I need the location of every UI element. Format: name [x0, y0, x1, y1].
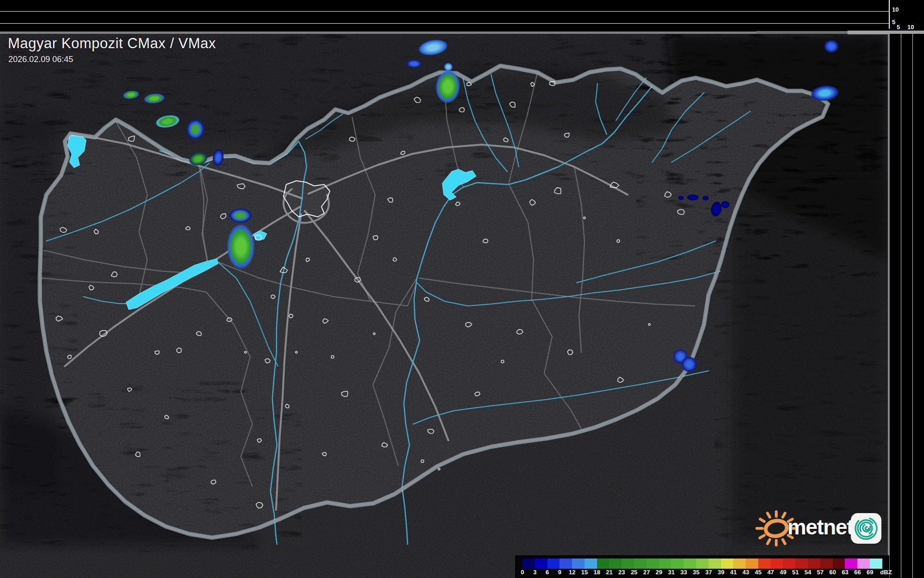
radar-echo: [681, 356, 698, 373]
legend-tick-label: 9: [558, 569, 561, 576]
legend-tick-label: 21: [606, 569, 612, 576]
legend-color-cell: [857, 559, 870, 569]
legend-color-cell: [659, 559, 672, 569]
legend-tick-label: 66: [854, 569, 861, 576]
legend-tick-label: 0: [521, 569, 524, 576]
top-profile-axis-line: [889, 0, 890, 29]
legend-color-band: [522, 559, 882, 569]
legend-tick-label: 45: [755, 569, 761, 576]
legend-tick-label: 43: [742, 569, 749, 576]
top-profile-gridline-10km: [0, 11, 890, 12]
legend-color-cell: [870, 559, 882, 569]
radar-echo: [228, 208, 253, 223]
legend-tick-label: 63: [842, 569, 848, 576]
radar-echo: [702, 196, 709, 201]
legend-color-cell: [597, 559, 610, 569]
legend-color-cell: [671, 559, 684, 569]
legend-tick-label: 37: [705, 569, 712, 576]
legend-color-cell: [721, 559, 734, 569]
legend-tick-label: 41: [730, 569, 736, 576]
radar-echo: [226, 222, 256, 271]
legend-color-cell: [696, 559, 709, 569]
legend-color-cell: [547, 559, 560, 569]
top-axis-label-10: 10: [892, 6, 899, 13]
legend-color-cell: [771, 559, 783, 569]
legend-tick-label: 54: [805, 569, 811, 576]
radar-echo: [686, 194, 699, 201]
legend-tick-label: 69: [867, 569, 873, 576]
legend-tick-label: 47: [767, 569, 774, 576]
legend-tick-label: 31: [668, 569, 674, 576]
right-profile-gridline-5km: [901, 34, 901, 578]
hungary-radar-map: [0, 34, 888, 578]
radar-echo: [678, 196, 684, 200]
legend-color-cell: [746, 559, 758, 569]
brand-name: metnet: [787, 514, 853, 540]
legend-color-cell: [845, 559, 857, 569]
legend-color-cell: [622, 559, 634, 569]
right-axis-label-5: 5: [897, 24, 900, 31]
legend-tick-label: 6: [546, 569, 549, 576]
legend-color-cell: [522, 559, 535, 569]
legend-color-cell: [709, 559, 721, 569]
vmax-top-profile-strip: 10 5 5 10: [0, 0, 924, 32]
legend-tick-label: 57: [817, 569, 823, 576]
spiral-app-icon: [850, 513, 882, 544]
legend-tick-label: 35: [693, 569, 699, 576]
map-canvas: [0, 34, 888, 578]
legend-color-cell: [609, 559, 622, 569]
legend-tick-label: 39: [717, 569, 724, 576]
radar-composite-screen: 10 5 5 10 Magyar Kompozit CMax / VMax 20…: [0, 0, 924, 578]
top-map-divider-segment: [756, 31, 848, 34]
top-profile-gridline-5km: [0, 23, 890, 24]
legend-color-cell: [634, 559, 647, 569]
legend-tick-label: 60: [830, 569, 836, 576]
legend-tick-label: 18: [594, 569, 600, 576]
right-profile-gridline-10km: [912, 34, 913, 578]
legend-tick-label: 49: [779, 569, 786, 576]
legend-color-cell: [820, 559, 833, 569]
legend-tick-label: 27: [643, 569, 650, 576]
legend-tick-label: 12: [569, 569, 575, 576]
page-title: Magyar Kompozit CMax / VMax: [8, 35, 216, 52]
legend-tick-label: 51: [792, 569, 798, 576]
radar-echo: [721, 201, 730, 209]
legend-color-cell: [795, 559, 808, 569]
legend-unit-label: dBZ: [880, 569, 892, 576]
legend-tick-label: 25: [631, 569, 637, 576]
legend-color-cell: [733, 559, 746, 569]
legend-color-cell: [758, 559, 771, 569]
legend-tick-label: 3: [533, 569, 536, 576]
legend-color-cell: [559, 559, 572, 569]
legend-color-cell: [808, 559, 820, 569]
radar-echo: [823, 39, 839, 53]
top-axis-label-5: 5: [892, 19, 895, 25]
timestamp: 2026.02.09 06:45: [8, 55, 73, 64]
legend-color-cell: [783, 559, 795, 569]
dbz-legend: 0369121518212325272931333537394143454749…: [515, 555, 889, 578]
vmax-right-profile-strip: [890, 34, 924, 578]
legend-color-cell: [833, 559, 845, 569]
metnet-logo: metnet: [754, 507, 885, 549]
legend-tick-label: 23: [618, 569, 625, 576]
legend-tick-label: 15: [581, 569, 588, 576]
legend-color-cell: [535, 559, 547, 569]
radar-echo: [406, 59, 422, 68]
legend-color-cell: [572, 559, 585, 569]
legend-tick-label: 29: [655, 569, 662, 576]
right-axis-label-10: 10: [907, 24, 914, 31]
legend-color-cell: [585, 559, 597, 569]
legend-color-cell: [684, 559, 696, 569]
legend-tick-label: 33: [680, 569, 687, 576]
legend-color-cell: [647, 559, 659, 569]
